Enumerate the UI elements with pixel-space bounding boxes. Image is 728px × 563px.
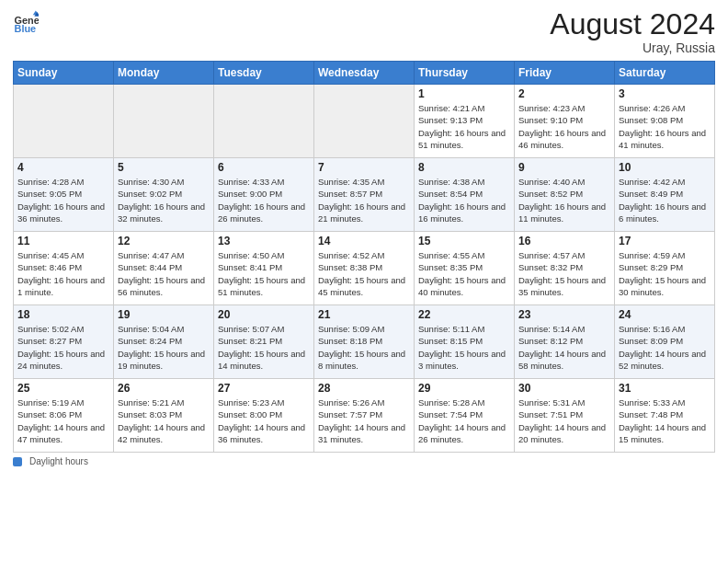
day-info: Sunrise: 5:31 AM Sunset: 7:51 PM Dayligh… xyxy=(518,396,610,445)
title-block: August 2024 Uray, Russia xyxy=(550,9,715,55)
col-wednesday: Wednesday xyxy=(314,62,415,85)
day-number: 1 xyxy=(418,87,510,100)
table-row: 1Sunrise: 4:21 AM Sunset: 9:13 PM Daylig… xyxy=(415,85,515,158)
day-info: Sunrise: 5:28 AM Sunset: 7:54 PM Dayligh… xyxy=(418,396,510,445)
table-row: 13Sunrise: 4:50 AM Sunset: 8:41 PM Dayli… xyxy=(214,232,314,305)
legend-dot xyxy=(13,457,22,466)
day-number: 10 xyxy=(619,161,711,174)
header: General Blue August 2024 Uray, Russia xyxy=(13,9,715,55)
day-info: Sunrise: 5:04 AM Sunset: 8:24 PM Dayligh… xyxy=(118,323,210,372)
day-number: 23 xyxy=(518,308,610,321)
day-number: 3 xyxy=(619,87,711,100)
day-info: Sunrise: 4:21 AM Sunset: 9:13 PM Dayligh… xyxy=(418,102,510,151)
table-row: 20Sunrise: 5:07 AM Sunset: 8:21 PM Dayli… xyxy=(214,305,314,379)
day-number: 29 xyxy=(418,382,510,395)
col-saturday: Saturday xyxy=(615,62,715,85)
day-info: Sunrise: 4:35 AM Sunset: 8:57 PM Dayligh… xyxy=(318,176,410,224)
header-row: Sunday Monday Tuesday Wednesday Thursday… xyxy=(14,62,715,85)
calendar-table: Sunday Monday Tuesday Wednesday Thursday… xyxy=(13,61,715,453)
day-number: 12 xyxy=(118,235,210,247)
day-number: 18 xyxy=(17,308,109,321)
day-info: Sunrise: 4:42 AM Sunset: 8:49 PM Dayligh… xyxy=(619,176,711,224)
table-row: 3Sunrise: 4:26 AM Sunset: 9:08 PM Daylig… xyxy=(615,85,715,158)
day-info: Sunrise: 5:16 AM Sunset: 8:09 PM Dayligh… xyxy=(619,323,711,372)
table-row: 31Sunrise: 5:33 AM Sunset: 7:48 PM Dayli… xyxy=(615,379,715,453)
table-row: 25Sunrise: 5:19 AM Sunset: 8:06 PM Dayli… xyxy=(14,379,114,453)
table-row: 17Sunrise: 4:59 AM Sunset: 8:29 PM Dayli… xyxy=(615,232,715,305)
table-row xyxy=(114,85,214,158)
day-number: 31 xyxy=(619,382,711,395)
table-row: 22Sunrise: 5:11 AM Sunset: 8:15 PM Dayli… xyxy=(415,305,515,379)
day-number: 11 xyxy=(17,235,109,247)
svg-text:Blue: Blue xyxy=(15,23,37,34)
table-row: 4Sunrise: 4:28 AM Sunset: 9:05 PM Daylig… xyxy=(14,158,114,232)
location: Uray, Russia xyxy=(550,40,715,55)
logo-icon: General Blue xyxy=(13,9,39,35)
table-row: 30Sunrise: 5:31 AM Sunset: 7:51 PM Dayli… xyxy=(515,379,615,453)
day-info: Sunrise: 5:07 AM Sunset: 8:21 PM Dayligh… xyxy=(218,323,310,372)
calendar-container: General Blue August 2024 Uray, Russia Su… xyxy=(0,0,728,563)
legend: Daylight hours xyxy=(13,456,715,466)
day-info: Sunrise: 5:23 AM Sunset: 8:00 PM Dayligh… xyxy=(218,396,310,445)
table-row: 21Sunrise: 5:09 AM Sunset: 8:18 PM Dayli… xyxy=(314,305,415,379)
day-info: Sunrise: 5:14 AM Sunset: 8:12 PM Dayligh… xyxy=(518,323,610,372)
col-sunday: Sunday xyxy=(14,62,114,85)
day-info: Sunrise: 4:23 AM Sunset: 9:10 PM Dayligh… xyxy=(518,102,610,151)
day-number: 26 xyxy=(118,382,210,395)
col-thursday: Thursday xyxy=(415,62,515,85)
day-number: 20 xyxy=(218,308,310,321)
table-row: 29Sunrise: 5:28 AM Sunset: 7:54 PM Dayli… xyxy=(415,379,515,453)
day-number: 6 xyxy=(218,161,310,174)
table-row: 28Sunrise: 5:26 AM Sunset: 7:57 PM Dayli… xyxy=(314,379,415,453)
day-info: Sunrise: 5:19 AM Sunset: 8:06 PM Dayligh… xyxy=(17,396,109,445)
table-row: 11Sunrise: 4:45 AM Sunset: 8:46 PM Dayli… xyxy=(14,232,114,305)
col-tuesday: Tuesday xyxy=(214,62,314,85)
col-friday: Friday xyxy=(515,62,615,85)
table-row xyxy=(314,85,415,158)
legend-label: Daylight hours xyxy=(29,456,88,466)
table-row: 2Sunrise: 4:23 AM Sunset: 9:10 PM Daylig… xyxy=(515,85,615,158)
day-number: 17 xyxy=(619,235,711,247)
table-row: 7Sunrise: 4:35 AM Sunset: 8:57 PM Daylig… xyxy=(314,158,415,232)
table-row: 10Sunrise: 4:42 AM Sunset: 8:49 PM Dayli… xyxy=(615,158,715,232)
table-row: 6Sunrise: 4:33 AM Sunset: 9:00 PM Daylig… xyxy=(214,158,314,232)
table-row: 27Sunrise: 5:23 AM Sunset: 8:00 PM Dayli… xyxy=(214,379,314,453)
table-row xyxy=(214,85,314,158)
day-number: 30 xyxy=(518,382,610,395)
day-number: 14 xyxy=(318,235,410,247)
day-info: Sunrise: 4:50 AM Sunset: 8:41 PM Dayligh… xyxy=(218,249,310,298)
logo: General Blue xyxy=(13,9,39,35)
day-info: Sunrise: 5:21 AM Sunset: 8:03 PM Dayligh… xyxy=(118,396,210,445)
day-info: Sunrise: 4:45 AM Sunset: 8:46 PM Dayligh… xyxy=(17,249,109,298)
day-info: Sunrise: 5:33 AM Sunset: 7:48 PM Dayligh… xyxy=(619,396,711,445)
calendar-week-row: 1Sunrise: 4:21 AM Sunset: 9:13 PM Daylig… xyxy=(14,85,715,158)
day-number: 16 xyxy=(518,235,610,247)
day-number: 4 xyxy=(17,161,109,174)
day-number: 9 xyxy=(518,161,610,174)
day-info: Sunrise: 4:28 AM Sunset: 9:05 PM Dayligh… xyxy=(17,176,109,224)
day-number: 25 xyxy=(17,382,109,395)
day-number: 22 xyxy=(418,308,510,321)
day-info: Sunrise: 5:09 AM Sunset: 8:18 PM Dayligh… xyxy=(318,323,410,372)
calendar-week-row: 4Sunrise: 4:28 AM Sunset: 9:05 PM Daylig… xyxy=(14,158,715,232)
col-monday: Monday xyxy=(114,62,214,85)
day-number: 13 xyxy=(218,235,310,247)
day-info: Sunrise: 4:47 AM Sunset: 8:44 PM Dayligh… xyxy=(118,249,210,298)
table-row: 15Sunrise: 4:55 AM Sunset: 8:35 PM Dayli… xyxy=(415,232,515,305)
day-info: Sunrise: 4:57 AM Sunset: 8:32 PM Dayligh… xyxy=(518,249,610,298)
table-row xyxy=(14,85,114,158)
day-number: 21 xyxy=(318,308,410,321)
calendar-week-row: 25Sunrise: 5:19 AM Sunset: 8:06 PM Dayli… xyxy=(14,379,715,453)
day-info: Sunrise: 4:26 AM Sunset: 9:08 PM Dayligh… xyxy=(619,102,711,151)
day-info: Sunrise: 5:11 AM Sunset: 8:15 PM Dayligh… xyxy=(418,323,510,372)
table-row: 26Sunrise: 5:21 AM Sunset: 8:03 PM Dayli… xyxy=(114,379,214,453)
day-number: 15 xyxy=(418,235,510,247)
table-row: 14Sunrise: 4:52 AM Sunset: 8:38 PM Dayli… xyxy=(314,232,415,305)
day-number: 8 xyxy=(418,161,510,174)
table-row: 5Sunrise: 4:30 AM Sunset: 9:02 PM Daylig… xyxy=(114,158,214,232)
day-info: Sunrise: 4:59 AM Sunset: 8:29 PM Dayligh… xyxy=(619,249,711,298)
table-row: 18Sunrise: 5:02 AM Sunset: 8:27 PM Dayli… xyxy=(14,305,114,379)
day-info: Sunrise: 5:26 AM Sunset: 7:57 PM Dayligh… xyxy=(318,396,410,445)
table-row: 9Sunrise: 4:40 AM Sunset: 8:52 PM Daylig… xyxy=(515,158,615,232)
table-row: 23Sunrise: 5:14 AM Sunset: 8:12 PM Dayli… xyxy=(515,305,615,379)
